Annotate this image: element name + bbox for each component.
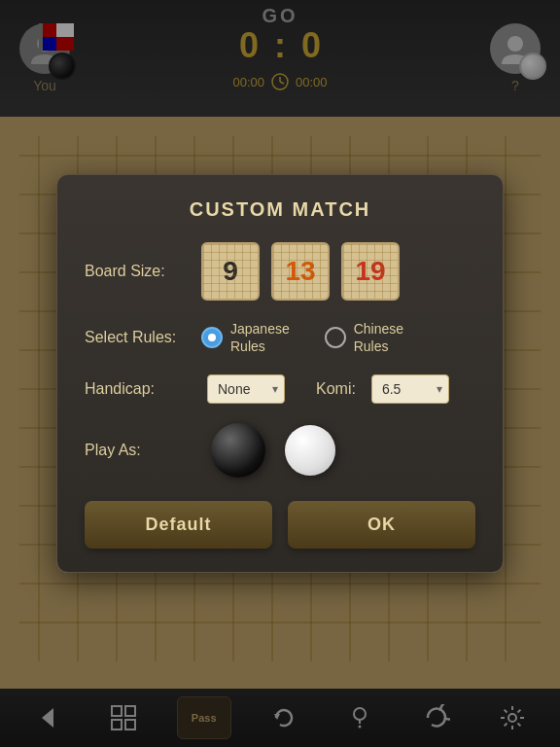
ok-button[interactable]: OK bbox=[288, 501, 475, 549]
play-as-black[interactable] bbox=[211, 423, 265, 478]
radio-chinese[interactable] bbox=[325, 327, 346, 348]
play-as-label: Play As: bbox=[85, 442, 192, 459]
board-size-label: Board Size: bbox=[85, 263, 192, 280]
handicap-label: Handicap: bbox=[85, 380, 192, 398]
modal-overlay: CUSTOM MATCH Board Size: 9 13 19 Select … bbox=[0, 0, 560, 747]
radio-japanese[interactable] bbox=[201, 327, 223, 348]
komi-select[interactable]: 0 0.5 5.5 6.5 7.5 bbox=[371, 374, 449, 404]
default-button[interactable]: Default bbox=[85, 501, 272, 549]
board-size-options: 9 13 19 bbox=[201, 242, 400, 301]
rules-japanese[interactable]: JapaneseRules bbox=[201, 320, 290, 355]
modal-title: CUSTOM MATCH bbox=[85, 198, 475, 221]
rules-chinese-label: ChineseRules bbox=[354, 320, 403, 355]
handicap-select[interactable]: None 2 3 4 5 6 7 8 9 bbox=[207, 374, 285, 404]
play-as-white[interactable] bbox=[285, 425, 335, 476]
rules-japanese-label: JapaneseRules bbox=[230, 320, 290, 355]
board-size-13[interactable]: 13 bbox=[271, 242, 330, 301]
play-as-row: Play As: bbox=[85, 423, 475, 478]
rules-chinese[interactable]: ChineseRules bbox=[325, 320, 403, 355]
rules-row: Select Rules: JapaneseRules ChineseRules bbox=[85, 320, 475, 355]
board-size-9[interactable]: 9 bbox=[201, 242, 260, 301]
komi-select-wrapper: 0 0.5 5.5 6.5 7.5 bbox=[371, 374, 449, 404]
handicap-komi-row: Handicap: None 2 3 4 5 6 7 8 9 Komi: 0 bbox=[85, 374, 475, 404]
komi-label: Komi: bbox=[316, 380, 356, 398]
modal-buttons: Default OK bbox=[85, 501, 475, 549]
rules-options: JapaneseRules ChineseRules bbox=[201, 320, 403, 355]
board-size-19[interactable]: 19 bbox=[341, 242, 400, 301]
handicap-select-wrapper: None 2 3 4 5 6 7 8 9 bbox=[207, 374, 285, 404]
board-size-row: Board Size: 9 13 19 bbox=[85, 242, 475, 301]
rules-label: Select Rules: bbox=[85, 329, 192, 346]
custom-match-modal: CUSTOM MATCH Board Size: 9 13 19 Select … bbox=[56, 174, 504, 573]
